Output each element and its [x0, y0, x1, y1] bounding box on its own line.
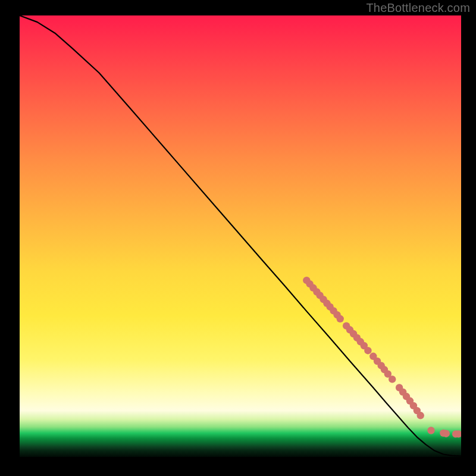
chart-overlay [20, 15, 461, 457]
data-point [427, 427, 434, 434]
data-point [443, 430, 450, 437]
watermark-label: TheBottleneck.com [366, 1, 470, 15]
data-point-group [303, 277, 461, 438]
data-point [337, 315, 344, 322]
data-point [364, 347, 371, 354]
chart-frame: TheBottleneck.com [0, 0, 476, 476]
bottleneck-curve-line [20, 15, 461, 456]
data-point [389, 375, 396, 383]
data-point [417, 412, 424, 419]
